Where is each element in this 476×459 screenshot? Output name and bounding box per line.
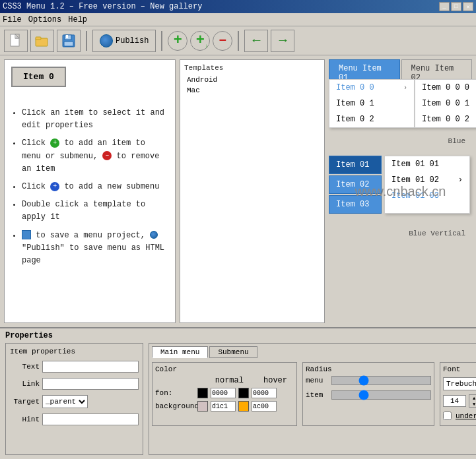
bg-normal-value[interactable] <box>211 401 236 412</box>
template-mac[interactable]: Mac <box>184 85 320 96</box>
item-radius-slider[interactable] <box>331 390 431 400</box>
blue-preview: Item 01 Item 02 Item 03 Item 01 01 Item … <box>329 156 472 214</box>
font-size-spinner: ▲ ▼ <box>469 394 476 408</box>
fon-normal-value[interactable] <box>211 388 236 398</box>
toolbar-separator-2 <box>161 31 162 51</box>
publish-button[interactable]: Publish <box>92 30 156 52</box>
template-android[interactable]: Android <box>184 75 320 85</box>
submenu-item-1[interactable]: Item 0 1 <box>329 96 414 111</box>
menu-bar: File Options Help <box>0 13 476 26</box>
normal-header: normal <box>215 376 244 385</box>
submenu-item-0[interactable]: Item 0 0 › <box>329 80 414 96</box>
blue-label: Blue <box>329 137 472 145</box>
item-properties: Item properties Text Link Target _parent… <box>5 343 143 455</box>
bg-hover-swatch[interactable] <box>238 401 249 412</box>
menu-radius-slider[interactable] <box>331 376 431 385</box>
menu-help[interactable]: Help <box>68 15 87 24</box>
blue-vertical-label: Blue Vertical <box>329 229 472 237</box>
save-button[interactable] <box>57 30 81 52</box>
item-0-button[interactable]: Item 0 <box>11 67 66 87</box>
tab-main-menu[interactable]: Main menu <box>152 346 208 358</box>
android-menu: Menu Item 01 Menu Item 02 Item 0 0 › Ite… <box>329 59 472 87</box>
underline-row: underline italic <box>443 412 476 420</box>
open-button[interactable] <box>30 30 54 52</box>
toolbar: Publish + + ↓ – ← → <box>0 26 476 55</box>
target-select[interactable]: _parent _blank _self _top <box>42 395 88 408</box>
bg-normal-swatch[interactable] <box>197 401 208 412</box>
minimize-button[interactable]: _ <box>439 2 450 11</box>
new-button[interactable] <box>4 30 28 52</box>
arrow-left-button[interactable]: ← <box>244 30 268 52</box>
blue-item-03[interactable]: Item 03 <box>329 195 382 214</box>
help-text: Click an item to select it and edit prop… <box>11 107 168 267</box>
svg-rect-6 <box>66 35 68 38</box>
subsubmenu-item-1[interactable]: Item 0 0 1 <box>415 96 476 111</box>
blue-item-02[interactable]: Item 02 <box>329 175 382 194</box>
menu-options[interactable]: Options <box>28 15 61 24</box>
remove-item-button[interactable]: – <box>213 31 232 51</box>
blue-submenu-item-01[interactable]: Item 01 01 <box>385 156 469 172</box>
help-item-3: Click + to add a new submenu <box>22 181 168 193</box>
add-submenu-button[interactable]: + ↓ <box>190 31 210 51</box>
svg-rect-7 <box>64 42 73 46</box>
radius-item-row: item <box>306 390 431 400</box>
remove-icon: – <box>102 151 112 160</box>
color-row-bg: background: <box>155 401 294 412</box>
close-button[interactable]: ✕ <box>463 2 473 11</box>
publish-label: Publish <box>116 36 149 46</box>
blue-menu: Item 01 Item 02 Item 03 Item 01 01 Item … <box>329 156 470 214</box>
text-row: Text <box>10 361 139 373</box>
radius-menu-row: menu <box>306 376 431 385</box>
bg-hover-value[interactable] <box>252 401 277 412</box>
svg-rect-3 <box>36 37 41 40</box>
help-item-2: Click + to add an item to menu or submen… <box>22 137 168 175</box>
item-props-title: Item properties <box>10 348 139 355</box>
add-item-button[interactable]: + <box>168 31 187 51</box>
window-controls: _ □ ✕ <box>439 2 473 11</box>
menu-radius-label: menu <box>306 377 329 384</box>
underline-checkbox[interactable] <box>443 412 452 420</box>
tab-submenu[interactable]: Submenu <box>209 346 257 358</box>
blue-submenu-item-02[interactable]: Item 01 02 › <box>385 172 469 188</box>
bg-label: background: <box>155 402 195 410</box>
hint-label: Hint <box>10 415 40 423</box>
style-panel: Main menu Submenu Color normal hover fon… <box>149 343 476 455</box>
blue-submenu: Item 01 01 Item 01 02 › Item 01 03 <box>384 156 470 214</box>
target-row: Target _parent _blank _self _top <box>10 395 139 408</box>
submenu-dropdown: Item 0 0 › Item 0 1 Item 0 2 <box>329 79 415 128</box>
templates-label: Templates <box>184 64 320 72</box>
main-content: Item 0 Click an item to select it and ed… <box>0 55 476 327</box>
underline-label: underline <box>456 412 476 420</box>
blue-submenu-item-03[interactable]: Item 01 03 <box>385 188 469 204</box>
font-size-up[interactable]: ▲ <box>469 395 476 401</box>
properties-content: Item properties Text Link Target _parent… <box>5 343 471 455</box>
templates-panel: Templates Android Mac <box>180 59 325 323</box>
text-input[interactable] <box>42 361 139 373</box>
subsubmenu-item-2[interactable]: Item 0 0 2 <box>415 111 476 127</box>
blue-sidebar: Item 01 Item 02 Item 03 <box>329 156 382 214</box>
menu-file[interactable]: File <box>3 15 22 24</box>
blue-item-01[interactable]: Item 01 <box>329 156 382 174</box>
hint-input[interactable] <box>42 413 139 425</box>
fon-hover-value[interactable] <box>252 388 277 398</box>
save-icon <box>22 230 31 239</box>
font-size-input[interactable] <box>443 395 466 407</box>
globe-icon <box>100 34 113 47</box>
title-bar: CSS3 Menu 1.2 – Free version – New galle… <box>0 0 476 13</box>
hint-row: Hint <box>10 413 139 425</box>
properties-panel: Properties Item properties Text Link Tar… <box>0 327 476 459</box>
submenu-icon: + <box>50 182 59 191</box>
submenu-item-2[interactable]: Item 0 2 <box>329 111 414 127</box>
link-input[interactable] <box>42 378 139 390</box>
subsubmenu-item-0[interactable]: Item 0 0 0 <box>415 80 476 96</box>
fon-normal-swatch[interactable] <box>197 388 208 398</box>
color-row-fon: fon: <box>155 388 294 398</box>
fon-hover-swatch[interactable] <box>238 388 249 398</box>
toolbar-separator-1 <box>86 31 87 51</box>
font-size-down[interactable]: ▼ <box>469 401 476 407</box>
font-family-select[interactable]: Trebuchet MS, sans-serif Arial, sans-ser… <box>443 377 476 390</box>
add-icon: + <box>50 138 59 148</box>
arrow-right-button[interactable]: → <box>271 30 294 52</box>
maximize-button[interactable]: □ <box>451 2 461 11</box>
text-label: Text <box>10 363 40 371</box>
